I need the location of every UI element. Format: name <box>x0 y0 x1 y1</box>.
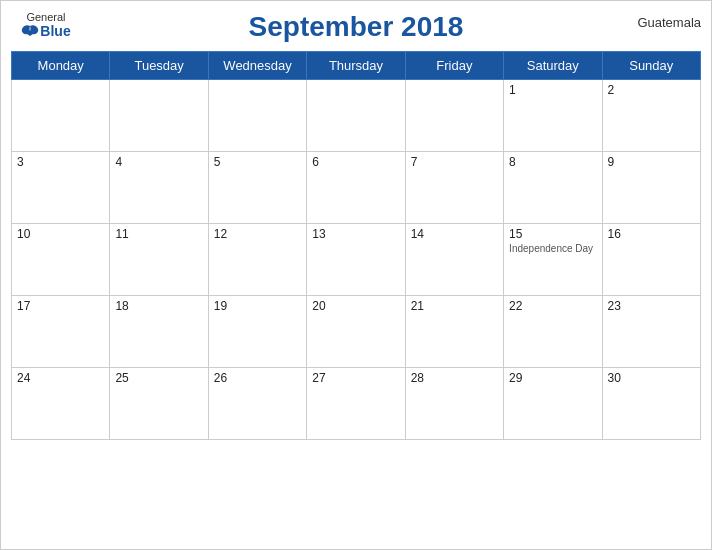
table-row: 18 <box>110 296 208 368</box>
table-row: 20 <box>307 296 405 368</box>
day-number: 4 <box>115 155 202 169</box>
week-row-3: 101112131415Independence Day16 <box>12 224 701 296</box>
logo: General Blue <box>11 11 81 39</box>
day-number: 9 <box>608 155 695 169</box>
day-number: 5 <box>214 155 301 169</box>
day-number: 17 <box>17 299 104 313</box>
day-number: 13 <box>312 227 399 241</box>
day-number: 14 <box>411 227 498 241</box>
table-row: 24 <box>12 368 110 440</box>
weekday-header-sunday: Sunday <box>602 52 700 80</box>
day-number: 10 <box>17 227 104 241</box>
day-number: 8 <box>509 155 596 169</box>
weekday-header-monday: Monday <box>12 52 110 80</box>
weekday-header-row: MondayTuesdayWednesdayThursdayFridaySatu… <box>12 52 701 80</box>
table-row: 6 <box>307 152 405 224</box>
day-number: 24 <box>17 371 104 385</box>
table-row: 13 <box>307 224 405 296</box>
table-row <box>307 80 405 152</box>
table-row: 30 <box>602 368 700 440</box>
logo-blue-text: Blue <box>21 23 70 39</box>
day-number: 1 <box>509 83 596 97</box>
weekday-header-saturday: Saturday <box>504 52 602 80</box>
table-row: 23 <box>602 296 700 368</box>
table-row: 27 <box>307 368 405 440</box>
day-number: 23 <box>608 299 695 313</box>
day-number: 29 <box>509 371 596 385</box>
day-number: 22 <box>509 299 596 313</box>
day-number: 12 <box>214 227 301 241</box>
calendar-country: Guatemala <box>637 15 701 30</box>
day-number: 27 <box>312 371 399 385</box>
calendar-body: 123456789101112131415Independence Day161… <box>12 80 701 440</box>
table-row: 10 <box>12 224 110 296</box>
calendar-grid: MondayTuesdayWednesdayThursdayFridaySatu… <box>11 51 701 440</box>
table-row <box>12 80 110 152</box>
day-number: 20 <box>312 299 399 313</box>
table-row: 25 <box>110 368 208 440</box>
table-row: 5 <box>208 152 306 224</box>
table-row <box>208 80 306 152</box>
table-row: 26 <box>208 368 306 440</box>
weekday-header-wednesday: Wednesday <box>208 52 306 80</box>
week-row-2: 3456789 <box>12 152 701 224</box>
table-row: 2 <box>602 80 700 152</box>
table-row: 3 <box>12 152 110 224</box>
table-row: 28 <box>405 368 503 440</box>
table-row: 17 <box>12 296 110 368</box>
day-event: Independence Day <box>509 243 596 254</box>
day-number: 21 <box>411 299 498 313</box>
table-row: 16 <box>602 224 700 296</box>
day-number: 28 <box>411 371 498 385</box>
day-number: 18 <box>115 299 202 313</box>
day-number: 26 <box>214 371 301 385</box>
day-number: 25 <box>115 371 202 385</box>
day-number: 2 <box>608 83 695 97</box>
table-row: 14 <box>405 224 503 296</box>
table-row <box>110 80 208 152</box>
day-number: 6 <box>312 155 399 169</box>
table-row <box>405 80 503 152</box>
week-row-5: 24252627282930 <box>12 368 701 440</box>
logo-bird-icon <box>21 24 39 38</box>
day-number: 3 <box>17 155 104 169</box>
calendar-header: General Blue September 2018 Guatemala <box>11 11 701 43</box>
table-row: 29 <box>504 368 602 440</box>
table-row: 15Independence Day <box>504 224 602 296</box>
table-row: 22 <box>504 296 602 368</box>
logo-general-text: General <box>26 11 65 23</box>
day-number: 7 <box>411 155 498 169</box>
weekday-header-tuesday: Tuesday <box>110 52 208 80</box>
day-number: 19 <box>214 299 301 313</box>
day-number: 30 <box>608 371 695 385</box>
table-row: 7 <box>405 152 503 224</box>
week-row-4: 17181920212223 <box>12 296 701 368</box>
weekday-header-friday: Friday <box>405 52 503 80</box>
calendar-title: September 2018 <box>249 11 464 43</box>
table-row: 21 <box>405 296 503 368</box>
table-row: 12 <box>208 224 306 296</box>
day-number: 15 <box>509 227 596 241</box>
table-row: 1 <box>504 80 602 152</box>
table-row: 11 <box>110 224 208 296</box>
table-row: 8 <box>504 152 602 224</box>
table-row: 19 <box>208 296 306 368</box>
table-row: 4 <box>110 152 208 224</box>
weekday-header-thursday: Thursday <box>307 52 405 80</box>
week-row-1: 12 <box>12 80 701 152</box>
day-number: 16 <box>608 227 695 241</box>
table-row: 9 <box>602 152 700 224</box>
calendar: General Blue September 2018 Guatemala Mo… <box>0 0 712 550</box>
day-number: 11 <box>115 227 202 241</box>
